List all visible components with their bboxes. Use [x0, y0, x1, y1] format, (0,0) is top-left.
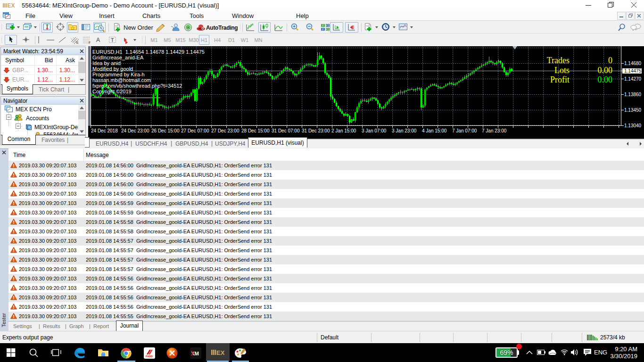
svg-text:T: T [111, 37, 114, 43]
svg-text:EX: EX [8, 2, 15, 9]
svg-text:E: E [76, 41, 79, 44]
svg-text:F: F [89, 41, 91, 44]
svg-text:A: A [96, 37, 100, 43]
svg-text:EX: EX [216, 349, 224, 356]
svg-text:FXDD: FXDD [146, 355, 153, 358]
